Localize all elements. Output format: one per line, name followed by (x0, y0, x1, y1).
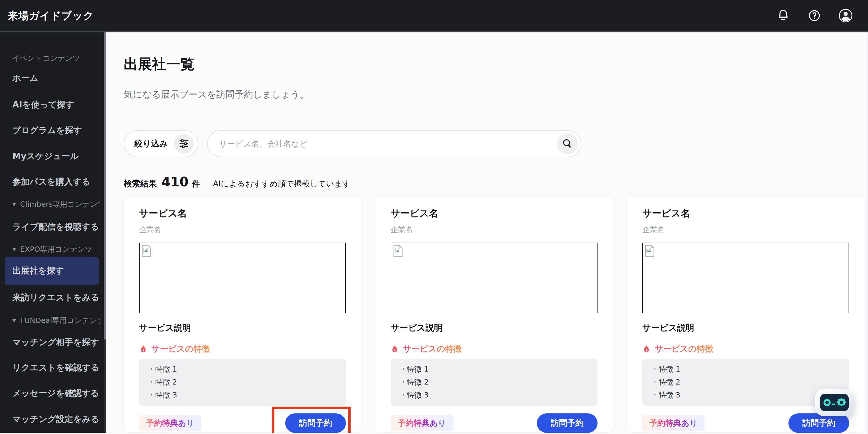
sidebar-item-buy-participation-pass[interactable]: 参加パスを購入する (12, 176, 100, 188)
search-results-summary: 検索結果 410 件 AIによるおすすめ順で掲載しています (124, 174, 868, 189)
service-features-box: ・特徴 1 ・特徴 2 ・特徴 3 (391, 359, 597, 406)
filter-button-label: 絞り込み (134, 138, 168, 149)
search-icon[interactable] (557, 133, 578, 154)
main-content: 出展社一覧 気になる展示ブースを訪問予約しましょう。 絞り込み (106, 32, 868, 433)
service-description: サービス説明 (391, 322, 597, 334)
company-name: 企業名 (642, 225, 849, 234)
feature-item: ・特徴 3 (148, 389, 337, 402)
feature-item: ・特徴 3 (400, 389, 589, 402)
service-image-placeholder (391, 243, 597, 313)
card-footer: 予約特典あり 訪問予約 (642, 413, 849, 433)
company-name: 企業名 (391, 225, 597, 234)
sidebar-item-label: 来訪リクエストをみる (12, 292, 99, 302)
service-description: サービス説明 (642, 322, 849, 334)
sidebar-item-check-requests[interactable]: リクエストを確認する (12, 362, 100, 374)
service-image-placeholder (642, 243, 849, 313)
broken-image-icon (644, 245, 655, 257)
sidebar-item-home[interactable]: ホーム (12, 72, 100, 84)
sidebar-scrollbar-thumb[interactable] (104, 32, 106, 339)
section-collapse-arrow-icon[interactable]: ▼ (12, 318, 16, 323)
visit-reserve-button[interactable]: 訪問予約 (537, 413, 597, 433)
service-name: サービス名 (391, 207, 597, 220)
app-header: 来場ガイドブック (0, 0, 868, 32)
service-features-header: サービスの特徴 (642, 343, 849, 355)
broken-image-icon (393, 245, 403, 257)
card-footer: 予約特典あり 訪問予約 (391, 413, 597, 433)
results-count: 410 (161, 174, 189, 189)
broken-image-icon (141, 245, 152, 257)
sidebar-item-check-messages[interactable]: メッセージを確認する (12, 388, 100, 399)
sidebar-item-section-expo-contents: ▼EXPO専用コンテンツ (12, 244, 100, 254)
reservation-benefit-badge: 予約特典あり (391, 415, 453, 431)
card-footer: 予約特典あり 訪問予約 (139, 413, 346, 433)
sidebar-item-label: Climbers専用コンテンツ (20, 200, 100, 208)
service-features-header: サービスの特徴 (139, 343, 346, 355)
sidebar-nav: イベントコンテンツホームAIを使って探すプログラムを探すMyスケジュール参加パス… (0, 32, 106, 433)
robot-face-icon (820, 394, 849, 411)
sidebar: イベントコンテンツホームAIを使って探すプログラムを探すMyスケジュール参加パス… (0, 32, 106, 433)
sidebar-item-my-schedule[interactable]: Myスケジュール (12, 151, 100, 162)
flame-icon (642, 344, 651, 354)
user-avatar-icon[interactable] (839, 8, 853, 23)
feature-item: ・特徴 2 (651, 376, 840, 389)
sidebar-item-label: リクエストを確認する (12, 362, 99, 372)
company-name: 企業名 (139, 225, 346, 234)
sidebar-item-label: マッチング設定をみる (12, 414, 99, 424)
sidebar-item-label: ライブ配信を視聴する (12, 222, 99, 232)
results-label: 検索結果 (124, 178, 157, 189)
sidebar-item-label: AIを使って探す (12, 100, 74, 109)
sidebar-item-label: 出展社を探す (12, 266, 64, 276)
search-box (207, 130, 581, 157)
page-subtitle: 気になる展示ブースを訪問予約しましょう。 (124, 88, 868, 101)
service-features-title: サービスの特徴 (655, 343, 713, 355)
exhibitor-card-list: サービス名 企業名 サービス説明 (124, 196, 868, 432)
sidebar-item-section-climbers-contents: ▼Climbers専用コンテンツ (12, 199, 100, 209)
visit-reserve-button[interactable]: 訪問予約 (285, 413, 346, 433)
service-name: サービス名 (642, 207, 849, 220)
filter-button[interactable]: 絞り込み (124, 130, 198, 157)
service-features-title: サービスの特徴 (151, 343, 210, 355)
service-features-header: サービスの特徴 (391, 343, 597, 355)
section-collapse-arrow-icon[interactable]: ▼ (12, 246, 16, 252)
sidebar-item-label: イベントコンテンツ (12, 54, 80, 62)
feature-item: ・特徴 1 (651, 363, 840, 376)
reservation-benefit-badge: 予約特典あり (139, 415, 201, 431)
sidebar-item-search-with-ai[interactable]: AIを使って探す (12, 99, 100, 111)
sidebar-item-label: FUNDeal専用コンテンツ (20, 316, 100, 325)
reservation-benefit-badge: 予約特典あり (642, 415, 705, 431)
section-collapse-arrow-icon[interactable]: ▼ (12, 201, 16, 207)
sidebar-item-section-fundeal-contents: ▼FUNDeal専用コンテンツ (12, 315, 100, 325)
visit-reserve-button[interactable]: 訪問予約 (788, 413, 849, 433)
sidebar-item-label: メッセージを確認する (12, 388, 99, 398)
chatbot-launcher-button[interactable] (815, 389, 854, 416)
sidebar-item-find-exhibitors[interactable]: 出展社を探す (5, 257, 99, 285)
results-unit: 件 (192, 178, 200, 189)
help-icon[interactable] (807, 8, 822, 23)
sidebar-item-label: Myスケジュール (12, 151, 79, 161)
service-image-placeholder (139, 243, 346, 313)
sidebar-item-view-visit-requests[interactable]: 来訪リクエストをみる (12, 292, 100, 304)
service-features-box: ・特徴 1 ・特徴 2 ・特徴 3 (139, 359, 346, 406)
sidebar-item-label: マッチング相手を探す (12, 337, 99, 347)
flame-icon (391, 344, 399, 354)
search-input[interactable] (219, 139, 557, 148)
feature-item: ・特徴 1 (148, 363, 337, 376)
service-description: サービス説明 (139, 322, 346, 334)
app-title: 来場ガイドブック (8, 9, 94, 23)
sidebar-scrollbar-track[interactable] (104, 32, 106, 433)
page-scrollbar[interactable] (867, 34, 868, 434)
header-actions (776, 8, 853, 23)
feature-item: ・特徴 3 (651, 389, 840, 402)
sidebar-item-label: プログラムを探す (12, 125, 82, 135)
feature-item: ・特徴 2 (400, 376, 589, 389)
sidebar-item-section-event-contents: イベントコンテンツ (12, 53, 100, 63)
feature-item: ・特徴 1 (400, 363, 589, 376)
toolbar: 絞り込み (124, 130, 868, 157)
flame-icon (139, 344, 147, 354)
sidebar-item-view-matching-settings[interactable]: マッチング設定をみる (12, 413, 100, 425)
sidebar-item-watch-live-stream[interactable]: ライブ配信を視聴する (12, 221, 100, 233)
sidebar-item-find-matching-partners[interactable]: マッチング相手を探す (12, 337, 100, 348)
bell-icon[interactable] (776, 8, 790, 23)
sidebar-item-label: 参加パスを購入する (12, 177, 90, 187)
sidebar-item-find-programs[interactable]: プログラムを探す (12, 125, 100, 136)
